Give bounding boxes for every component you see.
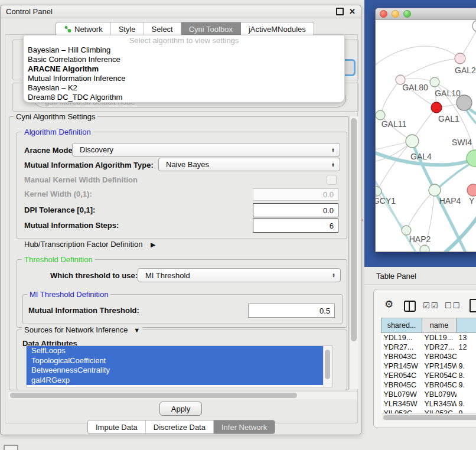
network-canvas[interactable]: GAL2GAL80GAL10GAL1GAL11SWI4GAL4GCY1HAP4Y…	[376, 20, 476, 252]
expanded-arrow-icon: ▼	[133, 327, 140, 334]
network-edge	[376, 46, 460, 67]
settings-vertical-scrollbar[interactable]	[349, 116, 358, 389]
unchecked-boxes-icon[interactable]: ☐☐	[445, 301, 461, 310]
table-row[interactable]: YDR27...YDR27...12	[382, 343, 476, 352]
settings-horizontal-scrollbar-thumb[interactable]	[10, 393, 297, 398]
zoom-traffic-light[interactable]	[403, 10, 411, 18]
document-icon[interactable]	[470, 299, 476, 312]
data-attribute-item[interactable]: gal4RGexp	[27, 376, 323, 386]
network-node[interactable]	[376, 187, 382, 196]
network-window-titlebar	[376, 8, 476, 20]
floating-panel-icon[interactable]	[4, 445, 18, 450]
network-node-label: GCY1	[376, 196, 396, 206]
network-edge	[400, 79, 435, 82]
tab-discretize-data[interactable]: Discretize Data	[146, 420, 214, 433]
combo-stepper-icon: ▲▼	[331, 162, 335, 167]
tab-infer-network[interactable]: Infer Network	[214, 420, 275, 433]
table-row[interactable]: YBR043CYBR043C	[382, 352, 476, 361]
tab-select[interactable]: Select	[144, 22, 181, 35]
network-view-window: GAL2GAL80GAL10GAL1GAL11SWI4GAL4GCY1HAP4Y…	[375, 8, 476, 252]
network-node-label: GAL80	[402, 83, 428, 92]
settings-vertical-scrollbar-thumb[interactable]	[351, 118, 357, 341]
table-row[interactable]: YER054CYER054C8.	[382, 371, 476, 380]
tab-jactivemnodules[interactable]: jActiveMNodules	[241, 22, 314, 35]
node-table: shared...name YDL19...YDL19...13YDR27...…	[381, 318, 476, 418]
dpi-tolerance-input[interactable]: 0.0	[253, 203, 338, 217]
tab-impute-data[interactable]: Impute Data	[88, 420, 146, 433]
kernel-width-input[interactable]: 0.0	[253, 188, 338, 201]
mi-steps-input[interactable]: 6	[253, 219, 338, 233]
table-panel-title: Table Panel	[376, 272, 416, 281]
hub-definition-toggle[interactable]: Hub/Transcription Factor Definition ▶	[24, 240, 155, 249]
network-edge	[380, 80, 400, 115]
network-node[interactable]	[430, 77, 439, 87]
network-node[interactable]	[406, 135, 419, 148]
network-node[interactable]	[455, 53, 465, 64]
table-column-header[interactable]	[457, 318, 476, 333]
network-graph: GAL2GAL80GAL10GAL1GAL11SWI4GAL4GCY1HAP4Y…	[376, 20, 476, 252]
bottom-tab-bar: Impute DataDiscretize DataInfer Network	[87, 420, 275, 434]
tab-bar: NetworkStyleSelectCyni ToolboxjActiveMNo…	[56, 22, 314, 36]
checked-boxes-icon[interactable]: ☑☑	[423, 301, 439, 310]
network-node[interactable]	[402, 226, 411, 235]
network-node[interactable]	[472, 20, 476, 32]
combo-stepper-icon: ▲▼	[331, 148, 335, 152]
close-traffic-light[interactable]	[380, 10, 387, 18]
gear-icon[interactable]: ⚙	[384, 298, 393, 311]
close-icon[interactable]: ✕	[349, 9, 356, 15]
tab-network[interactable]: Network	[56, 22, 111, 35]
sources-group-label[interactable]: Sources for Network Inference ▼	[22, 326, 142, 334]
network-node[interactable]	[431, 102, 442, 113]
algorithm-popup-placeholder: Select algorithm to view settings	[24, 35, 344, 45]
table-row[interactable]: YBL079WYBL079W	[382, 390, 476, 399]
network-node[interactable]	[467, 184, 476, 196]
mi-threshold-input[interactable]: 0.5	[248, 304, 335, 318]
panel-resize-handle[interactable]: ‹	[361, 217, 363, 223]
network-node[interactable]	[429, 184, 441, 196]
data-attribute-item[interactable]: BetweennessCentrality	[27, 366, 323, 376]
float-window-icon[interactable]	[336, 8, 344, 15]
table-row[interactable]: YDL19...YDL19...13	[382, 333, 476, 343]
tab-cyni-toolbox[interactable]: Cyni Toolbox	[181, 22, 241, 35]
algorithm-option[interactable]: ARACNE Algorithm	[24, 64, 344, 74]
settings-horizontal-scrollbar[interactable]	[8, 391, 357, 399]
tab-style[interactable]: Style	[111, 22, 144, 35]
apply-button[interactable]: Apply	[159, 402, 202, 416]
table-column-header[interactable]: name	[422, 318, 457, 333]
network-node[interactable]	[420, 245, 429, 252]
table-horizontal-scrollbar-thumb[interactable]	[383, 415, 476, 420]
mi-type-combo[interactable]: Naive Bayes ▲▼	[158, 158, 340, 171]
table-row[interactable]: YLR345WYLR345W9.	[382, 399, 476, 409]
network-node-label: GAL10	[435, 89, 461, 98]
columns-icon[interactable]	[404, 301, 416, 312]
table-row[interactable]: YPR145WYPR145W9.	[382, 361, 476, 371]
table-row[interactable]: YBR045CYBR045C9.	[382, 380, 476, 390]
mi-steps-label: Mutual Information Steps:	[24, 221, 119, 230]
manual-kernel-checkbox[interactable]	[327, 175, 337, 185]
threshold-group-label: Threshold Definition	[22, 256, 95, 263]
data-attribute-item[interactable]: SelfLoops	[27, 346, 323, 356]
table-panel-separator	[364, 284, 476, 285]
algorithm-option[interactable]: Bayesian – K2	[24, 83, 344, 93]
control-panel-title: Control Panel	[6, 7, 53, 16]
algorithm-option[interactable]: Dream8 DC_TDC Algorithm	[24, 93, 344, 102]
table-column-header[interactable]: shared...	[382, 318, 422, 333]
algorithm-option[interactable]: Mutual Information Inference	[24, 74, 344, 83]
aracne-mode-combo[interactable]: Discovery ▲▼	[72, 143, 340, 156]
data-attribute-item[interactable]: TopologicalCoefficient	[27, 356, 323, 366]
algorithm-option[interactable]: Basic Correlation Inference	[24, 55, 344, 64]
minimize-traffic-light[interactable]	[392, 10, 399, 18]
table-horizontal-scrollbar[interactable]	[382, 413, 476, 421]
list-scrollbar-thumb[interactable]	[325, 350, 330, 379]
list-scrollbar[interactable]	[323, 346, 332, 387]
which-threshold-combo[interactable]: MI Threshold ▲▼	[138, 268, 341, 282]
which-threshold-label: Which threshold to use:	[50, 271, 138, 280]
app-root: ‹ Control Panel ✕ NetworkStyleSelectCyni…	[0, 0, 476, 450]
network-node-label: HAP2	[409, 234, 431, 244]
algorithm-option[interactable]: Bayesian – Hill Climbing	[24, 45, 344, 55]
network-node-label: GAL1	[438, 114, 459, 123]
network-node[interactable]	[376, 110, 385, 120]
network-edge	[400, 58, 460, 80]
mi-type-label: Mutual Information Algorithm Type:	[24, 161, 154, 169]
combo-stepper-icon: ▲▼	[332, 273, 335, 278]
